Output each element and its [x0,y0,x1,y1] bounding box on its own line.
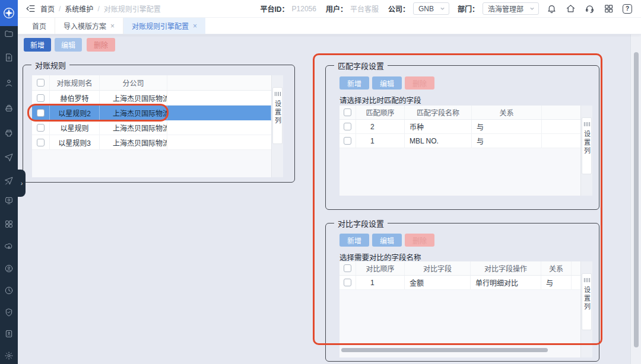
breadcrumb-separator: / [97,5,99,13]
row-checkbox[interactable] [37,94,45,102]
table-row[interactable]: 1 金额 单行明细对比 与 [339,276,580,290]
table-row[interactable]: 1 MBL NO. 与 [339,134,580,148]
column-header-compare-operation[interactable]: 对比字段操作 [471,261,541,275]
compare-delete-button[interactable]: 删除 [405,234,434,247]
contact-card-icon[interactable] [4,329,14,339]
apps-grid-icon[interactable] [4,219,14,229]
column-header-rule-name[interactable]: 对账规则名 [50,75,100,90]
app-root: 首页 / 系统维护 / 对账规则引擎配置 平台ID： P12056 用户： 平台… [0,0,641,364]
row-checkbox[interactable] [37,124,45,132]
shield-check-icon[interactable] [4,308,14,317]
tab-import-template[interactable]: 导入模版方案 × [55,18,123,34]
select-all-checkbox[interactable] [344,108,351,116]
send-icon[interactable] [4,152,14,162]
field-cell: 币种 [405,120,472,133]
column-settings-button[interactable]: 设置列 [582,273,592,330]
row-checkbox[interactable] [37,139,45,146]
table-row[interactable]: 赫伯罗特 上海杰贝国际物流有限... [32,91,271,106]
department-select[interactable]: 浩海管理部 [483,2,539,15]
close-icon[interactable]: × [110,22,115,30]
branch-cell: 上海杰贝国际物流有限... [100,106,167,120]
cloud-upload-icon[interactable] [4,241,14,251]
column-header-relation[interactable]: 关系 [472,106,542,119]
order-cell: 1 [356,134,405,148]
app-logo[interactable] [0,0,18,26]
home-icon[interactable] [564,2,577,15]
department-label: 部门： [458,4,479,14]
tab-bar: 首页 导入模版方案 × 对账规则引擎配置 × [18,18,641,34]
field-cell: MBL NO. [405,134,472,148]
customer-icon[interactable] [4,78,14,88]
gear-icon[interactable] [4,351,14,360]
column-settings-label: 设置列 [582,286,592,311]
select-all-checkbox[interactable] [344,264,351,272]
relation-cell: 与 [472,120,542,133]
edit-button[interactable]: 编辑 [55,38,82,52]
column-header-relation[interactable]: 关系 [541,261,572,275]
breadcrumb-current-page: 对账规则引擎配置 [104,4,161,14]
row-checkbox[interactable] [344,123,351,130]
column-header-branch[interactable]: 分公司 [100,75,167,90]
bell-icon[interactable] [545,2,558,15]
drag-bars-icon [584,122,590,126]
column-settings-button[interactable]: 设置列 [272,87,283,144]
delete-button[interactable]: 删除 [87,38,115,52]
add-button[interactable]: 新增 [24,38,51,52]
order-cell: 2 [356,120,405,133]
help-icon[interactable]: ? [621,2,634,15]
clock-icon[interactable] [4,286,14,295]
breadcrumb-system-maintenance[interactable]: 系统维护 [65,4,93,14]
column-header-compare-order[interactable]: 对比顺序 [356,261,405,275]
invoice-icon[interactable] [4,53,14,62]
compare-add-button[interactable]: 新增 [339,234,369,247]
user-label: 用户： [326,4,347,14]
match-add-button[interactable]: 新增 [339,76,369,90]
match-hint-text: 请选择对比时匹配的字段 [339,94,421,106]
printer-icon[interactable] [4,129,14,138]
table-row[interactable]: 2 币种 与 [339,120,580,134]
row-checkbox[interactable] [37,109,45,117]
match-fields-title: 匹配字段设置 [334,60,388,71]
row-checkbox[interactable] [344,279,351,286]
drag-bars-icon [275,92,281,96]
compare-edit-button[interactable]: 编辑 [372,234,402,247]
table-row[interactable]: 以星规则3 上海杰贝国际物流有限... [32,135,271,150]
horizontal-scrollbar[interactable] [341,348,548,352]
tab-reconciliation-rule-engine[interactable]: 对账规则引擎配置 × [123,18,205,34]
branch-cell: 上海杰贝国际物流有限... [100,135,167,149]
match-edit-button[interactable]: 编辑 [372,76,402,90]
header-right-cluster: 平台ID： P12056 用户： 平台客服 公司： GNB 部门： 浩海管理部 [261,2,641,15]
select-all-checkbox[interactable] [37,79,45,87]
breadcrumb-separator: / [59,5,61,13]
chevron-right-icon: › [21,180,23,187]
table-row-selected[interactable]: 以星规则2 上海杰贝国际物流有限... [32,106,271,120]
table-row[interactable]: 以星规则 上海杰贝国际物流有限... [32,120,271,135]
breadcrumb-home[interactable]: 首页 [40,4,55,14]
monitor-icon[interactable] [4,196,14,205]
column-header-compare-field[interactable]: 对比字段 [405,261,471,275]
apps-grid-icon[interactable] [602,2,615,15]
user-circle-icon[interactable] [4,264,14,273]
send-alt-icon[interactable] [4,176,14,186]
match-table: 匹配顺序 匹配字段名称 关系 2 币种 与 1 MBL NO. 与 [339,106,592,196]
folder-icon[interactable] [4,29,14,39]
column-header-match-field[interactable]: 匹配字段名称 [405,106,472,119]
vertical-scrollbar[interactable] [634,52,639,347]
match-delete-button[interactable]: 删除 [405,76,434,90]
company-select[interactable]: GNB [413,2,449,15]
row-checkbox[interactable] [344,137,351,145]
panel-expand-handle[interactable]: › [18,170,26,197]
tab-home[interactable]: 首页 [24,18,55,34]
sidebar-collapse-icon[interactable] [24,2,37,15]
headset-icon[interactable] [583,2,596,15]
breadcrumb: 首页 / 系统维护 / 对账规则引擎配置 [40,4,161,14]
field-cell: 金额 [405,276,471,289]
close-icon[interactable]: × [193,22,197,30]
branch-cell: 上海杰贝国际物流有限... [100,91,167,105]
compare-fields-title: 对比字段设置 [334,218,388,229]
column-settings-button[interactable]: 设置列 [582,117,592,174]
relation-cell: 与 [541,276,572,289]
chevron-down-icon [529,6,535,11]
ship-icon[interactable] [4,103,14,113]
column-header-match-order[interactable]: 匹配顺序 [356,106,405,119]
